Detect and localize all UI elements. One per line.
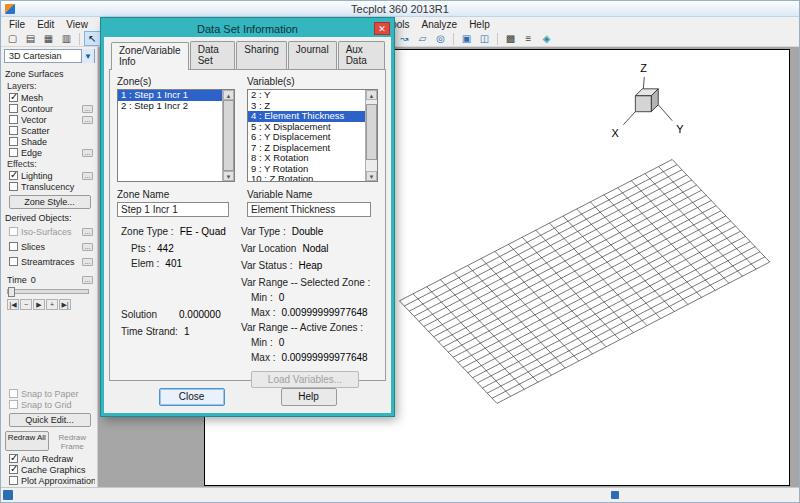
variable-list-item[interactable]: 3 : Z [248,101,365,112]
max-active-line: Max : 0.00999999977648 [241,352,378,363]
variable-list-item[interactable]: 8 : X Rotation [248,153,365,164]
snap-toggle-icon[interactable]: ≡ [520,31,537,46]
snap-grid-checkbox[interactable] [9,400,18,409]
scroll-up-icon[interactable]: ▲ [223,90,234,100]
redraw-frame-button[interactable]: Redraw Frame [51,431,95,451]
quick-edit-button[interactable]: Quick Edit... [9,413,91,427]
translucency-label: Translucency [21,182,95,192]
plot-approximations-checkbox[interactable] [9,476,18,485]
variable-list-item[interactable]: 4 : Element Thickness [248,111,365,122]
streamtraces-checkbox[interactable] [9,257,18,266]
menu-item-help[interactable]: Help [463,19,496,30]
vector-detail-button[interactable]: ... [82,116,93,124]
help-button[interactable]: Help [281,388,337,406]
skip-end-icon[interactable]: ▶| [59,299,71,310]
slices-checkbox[interactable] [9,242,18,251]
variable-name-input[interactable]: Element Thickness [247,202,371,217]
zone-list-item[interactable]: 2 : Step 1 Incr 2 [118,101,222,112]
zone-list-item[interactable]: 1 : Step 1 Incr 1 [118,90,222,101]
snap-paper-checkbox[interactable] [9,389,18,398]
open-file-icon[interactable]: ▤ [22,31,39,46]
var-status-value: Heap [299,260,323,271]
new-layout-icon[interactable]: ▢ [4,31,21,46]
frame-order-tool-icon[interactable]: ◫ [476,31,493,46]
min-selected-value: 0 [279,292,285,303]
zone-name-label: Zone Name [117,189,235,200]
dialog-titlebar[interactable]: Data Set Information ✕ [104,21,391,37]
cache-graphics-checkbox[interactable] [9,465,18,474]
variable-list-item[interactable]: 9 : Y Rotation [248,164,365,175]
layer-row-mesh: Mesh [4,92,95,103]
lighting-checkbox[interactable] [9,171,18,180]
scroll-down-icon[interactable]: ▼ [223,171,234,181]
variable-list-item[interactable]: 10 : Z Rotation [248,174,365,181]
dialog-body: Zone/Variable Info Data Set Sharing Jour… [104,37,391,413]
probe-tool-icon[interactable]: ◎ [432,31,449,46]
tab-journal[interactable]: Journal [288,41,337,69]
select-tool-icon[interactable]: ↖ [84,31,101,46]
contour-detail-button[interactable]: ... [82,105,93,113]
shade-checkbox[interactable] [9,137,18,146]
plot-type-select[interactable]: 3D Cartesian ▼ [4,49,95,63]
tab-aux-data[interactable]: Aux Data [338,41,385,69]
variable-list-item[interactable]: 2 : Y [248,90,365,101]
time-slider-thumb[interactable] [8,287,15,297]
play-icon[interactable]: ▶ [33,299,45,310]
time-value: 0 [31,275,78,285]
workspace-tool-icon[interactable]: ◈ [538,31,555,46]
menu-item-view[interactable]: View [60,19,94,30]
redraw-all-button[interactable]: Redraw All [5,431,49,451]
dialog-tabs: Zone/Variable Info Data Set Sharing Jour… [109,41,386,69]
variables-scrollbar[interactable]: ▲ ▼ [365,90,377,181]
zone-style-button[interactable]: Zone Style... [9,195,91,209]
time-detail-button[interactable]: ... [82,276,93,284]
edge-detail-button[interactable]: ... [82,149,93,157]
slice-tool-icon[interactable]: ▱ [414,31,431,46]
variable-list-item[interactable]: 6 : Y Displacement [248,132,365,143]
streamtrace-tool-icon[interactable]: ↝ [396,31,413,46]
step-forward-icon[interactable]: + [46,299,58,310]
solution-line: Solution 0.000000 [121,309,235,320]
slices-detail-button[interactable]: ... [82,243,93,251]
time-slider[interactable] [7,289,89,294]
zone-name-input[interactable]: Step 1 Incr 1 [117,202,229,217]
var-type-line: Var Type : Double [241,226,378,237]
menu-item-edit[interactable]: Edit [31,19,60,30]
tab-sharing[interactable]: Sharing [236,41,286,69]
variable-list-item[interactable]: 7 : Z Displacement [248,143,365,154]
close-icon[interactable]: ✕ [374,22,390,35]
iso-surfaces-checkbox[interactable] [9,227,18,236]
tab-data-set[interactable]: Data Set [190,41,236,69]
contour-checkbox[interactable] [9,104,18,113]
mesh-checkbox[interactable] [9,93,18,102]
close-button[interactable]: Close [159,388,225,406]
edge-checkbox[interactable] [9,148,18,157]
titlebar[interactable]: Tecplot 360 2013R1 [1,1,799,17]
vector-checkbox[interactable] [9,115,18,124]
elem-label: Elem : [131,258,159,269]
lighting-detail-button[interactable]: ... [82,172,93,180]
menu-item-analyze[interactable]: Analyze [416,19,464,30]
tab-zone-variable-info[interactable]: Zone/Variable Info [111,42,189,70]
save-layout-icon[interactable]: ▦ [40,31,57,46]
grid-toggle-icon[interactable]: ▩ [502,31,519,46]
skip-start-icon[interactable]: |◀ [7,299,19,310]
zone-type-value: FE - Quad [180,226,226,237]
scroll-down-icon[interactable]: ▼ [366,171,377,181]
step-back-icon[interactable]: − [20,299,32,310]
zones-scrollbar[interactable]: ▲ ▼ [222,90,234,181]
variable-list-item[interactable]: 5 : X Displacement [248,122,365,133]
iso-surfaces-detail-button[interactable]: ... [82,228,93,236]
auto-redraw-checkbox[interactable] [9,454,18,463]
scroll-up-icon[interactable]: ▲ [366,90,377,100]
print-icon[interactable]: ▥ [58,31,75,46]
chevron-down-icon: ▼ [81,49,94,63]
streamtraces-detail-button[interactable]: ... [82,258,93,266]
frame-create-tool-icon[interactable]: ▣ [458,31,475,46]
menu-item-file[interactable]: File [3,19,31,30]
translucency-checkbox[interactable] [9,182,18,191]
cache-graphics-row: Cache Graphics [4,464,95,475]
scatter-checkbox[interactable] [9,126,18,135]
scroll-thumb[interactable] [223,100,234,171]
scroll-thumb[interactable] [366,104,377,159]
